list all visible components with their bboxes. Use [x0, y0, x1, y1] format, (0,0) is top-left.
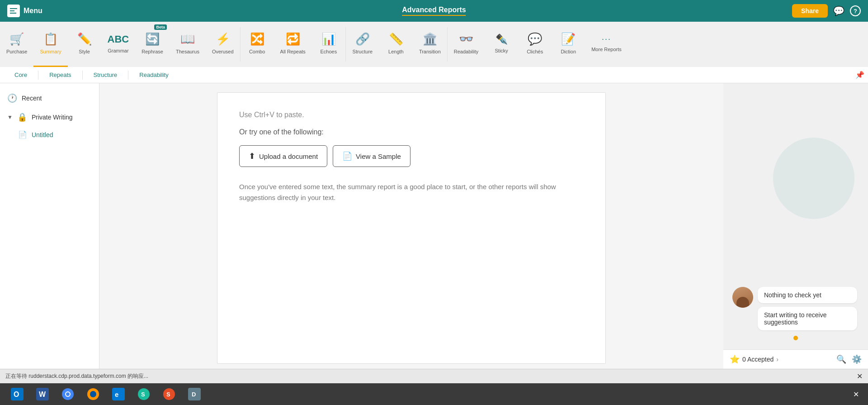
accepted-button[interactable]: ⭐ 0 Accepted ›: [730, 354, 778, 364]
toolbar-item-transition[interactable]: 🏛️ Transition: [413, 22, 447, 67]
chat-bubble-2: Start writing to receive suggestions: [758, 307, 857, 330]
toolbar-item-style[interactable]: ✏️ Style: [68, 22, 101, 67]
readability-icon: 👓: [459, 32, 473, 46]
app-title: Advanced Reports: [402, 6, 466, 16]
status-close-button[interactable]: ✕: [857, 372, 863, 381]
svg-point-6: [66, 392, 70, 396]
toolbar-item-combo[interactable]: 🔀 Combo: [241, 22, 274, 67]
accepted-label: 0 Accepted: [742, 356, 774, 363]
cliches-label: Clichés: [527, 49, 543, 55]
right-panel: Nothing to check yet Start writing to re…: [723, 83, 868, 369]
toolbar: 🛒 Purchase 📋 Summary ✏️ Style ABC Gramma…: [0, 22, 868, 67]
upload-icon: ⬆: [249, 151, 255, 161]
chat-bubbles: Nothing to check yet Start writing to re…: [758, 287, 857, 330]
menu-button[interactable]: Menu: [7, 5, 42, 17]
svg-text:S: S: [166, 391, 170, 398]
help-icon-button[interactable]: ?: [850, 5, 861, 16]
main-area: 🕐 Recent ▼ 🔒 Private Writing 📄 Untitled …: [0, 83, 868, 369]
svg-text:O: O: [14, 391, 19, 398]
taskbar-app3-icon[interactable]: D: [186, 386, 203, 402]
share-button[interactable]: Share: [792, 4, 828, 18]
toolbar-item-summary[interactable]: 📋 Summary: [33, 22, 67, 67]
sidebar-item-private-writing[interactable]: ▼ 🔒 Private Writing: [0, 108, 99, 127]
toolbar-item-echoes[interactable]: 📊 Echoes: [312, 22, 345, 67]
toolbar-item-overused[interactable]: ⚡ Overused: [206, 22, 240, 67]
search-settings-icon-button[interactable]: 🔍: [836, 354, 846, 364]
toolbar-item-more-reports[interactable]: ··· More Reports: [585, 22, 628, 67]
svg-text:S: S: [141, 391, 145, 398]
svg-point-8: [90, 391, 96, 397]
chat-bubble-wrapper: Nothing to check yet Start writing to re…: [732, 287, 859, 330]
taskbar-app1-icon[interactable]: S: [136, 386, 152, 402]
chat-area: Nothing to check yet Start writing to re…: [723, 83, 868, 349]
taskbar-edge-icon[interactable]: e: [110, 386, 127, 402]
top-navigation: Menu Advanced Reports Share 💬 ?: [0, 0, 868, 22]
more-reports-icon: ···: [602, 34, 611, 44]
more-reports-label: More Reports: [591, 47, 622, 52]
star-icon: ⭐: [730, 354, 740, 364]
toolbar-item-structure[interactable]: 🔗 Structure: [346, 22, 379, 67]
sticky-label: Sticky: [495, 48, 508, 54]
style-icon: ✏️: [77, 32, 92, 46]
taskbar-app2-icon[interactable]: S: [161, 386, 177, 402]
toolbar-item-readability[interactable]: 👓 Readability: [448, 22, 485, 67]
sub-nav-repeats[interactable]: Repeats: [38, 67, 82, 83]
toolbar-items-row: 🛒 Purchase 📋 Summary ✏️ Style ABC Gramma…: [0, 22, 868, 67]
taskbar-firefox-icon[interactable]: [85, 386, 101, 402]
sub-nav-core[interactable]: Core: [4, 67, 38, 83]
all-repeats-label: All Repeats: [280, 49, 306, 55]
editor-paper[interactable]: Use Ctrl+V to paste. Or try one of the f…: [217, 92, 606, 364]
summary-label: Summary: [40, 49, 61, 55]
expand-arrow-icon: ▼: [7, 114, 13, 120]
toolbar-item-grammar[interactable]: ABC Grammar: [101, 22, 136, 67]
status-bar: 正在等待 rudderstack.cdp.prod.data.typeform.…: [0, 369, 868, 383]
sidebar-item-untitled[interactable]: 📄 Untitled: [0, 127, 99, 143]
beta-badge: Beta: [154, 24, 167, 30]
toolbar-item-diction[interactable]: 📝 Diction: [552, 22, 585, 67]
pin-icon[interactable]: 📌: [855, 71, 864, 79]
toolbar-item-sticky[interactable]: ✒️ Sticky: [485, 22, 518, 67]
toolbar-item-cliches[interactable]: 💬 Clichés: [518, 22, 552, 67]
toolbar-item-thesaurus[interactable]: 📖 Thesaurus: [170, 22, 206, 67]
document-icon: 📄: [18, 130, 27, 139]
editor-action-buttons: ⬆ Upload a document 📄 View a Sample: [239, 145, 584, 167]
taskbar-chrome-icon[interactable]: [60, 386, 76, 402]
toolbar-item-purchase[interactable]: 🛒 Purchase: [0, 22, 33, 67]
chat-dot-indicator: [793, 336, 798, 340]
status-bar-row: 正在等待 rudderstack.cdp.prod.data.typeform.…: [5, 372, 863, 381]
taskbar-word-icon[interactable]: W: [34, 386, 51, 402]
settings-icon-button[interactable]: ⚙️: [852, 354, 862, 364]
sample-label: View a Sample: [356, 152, 401, 160]
sidebar-item-recent[interactable]: 🕐 Recent: [0, 89, 99, 108]
taskbar-close-button[interactable]: ✕: [853, 390, 859, 399]
cliches-icon: 💬: [528, 32, 542, 46]
chat-icon-button[interactable]: 💬: [833, 5, 844, 16]
sub-nav-readability[interactable]: Readability: [128, 67, 179, 83]
svg-text:W: W: [39, 391, 46, 398]
sidebar: 🕐 Recent ▼ 🔒 Private Writing 📄 Untitled: [0, 83, 99, 369]
taskbar-outlook-icon[interactable]: O: [9, 386, 25, 402]
thesaurus-icon: 📖: [180, 32, 195, 46]
purchase-icon: 🛒: [9, 32, 24, 46]
summary-icon: 📋: [43, 32, 58, 46]
upload-document-button[interactable]: ⬆ Upload a document: [239, 145, 327, 167]
toolbar-item-length[interactable]: 📏 Length: [379, 22, 413, 67]
view-sample-button[interactable]: 📄 View a Sample: [333, 145, 410, 167]
chat-icon: 💬: [833, 5, 844, 16]
structure-icon: 🔗: [355, 32, 370, 46]
sub-navigation: Core Repeats Structure Readability 📌: [0, 67, 868, 83]
editor-description: Once you've entered some text, the summa…: [239, 181, 584, 203]
recent-label: Recent: [22, 95, 42, 102]
editor-area: Use Ctrl+V to paste. Or try one of the f…: [99, 83, 723, 369]
toolbar-item-rephrase[interactable]: Beta 🔄 Rephrase: [135, 22, 170, 67]
decorative-circle: [773, 138, 854, 219]
toolbar-item-all-repeats[interactable]: 🔁 All Repeats: [274, 22, 312, 67]
overused-icon: ⚡: [216, 32, 230, 46]
length-label: Length: [388, 49, 404, 55]
combo-label: Combo: [249, 49, 265, 55]
transition-icon: 🏛️: [423, 32, 437, 46]
chat-bubble-1: Nothing to check yet: [758, 287, 857, 303]
grammar-icon: ABC: [108, 33, 129, 45]
sub-nav-structure[interactable]: Structure: [83, 67, 128, 83]
combo-icon: 🔀: [250, 32, 264, 46]
